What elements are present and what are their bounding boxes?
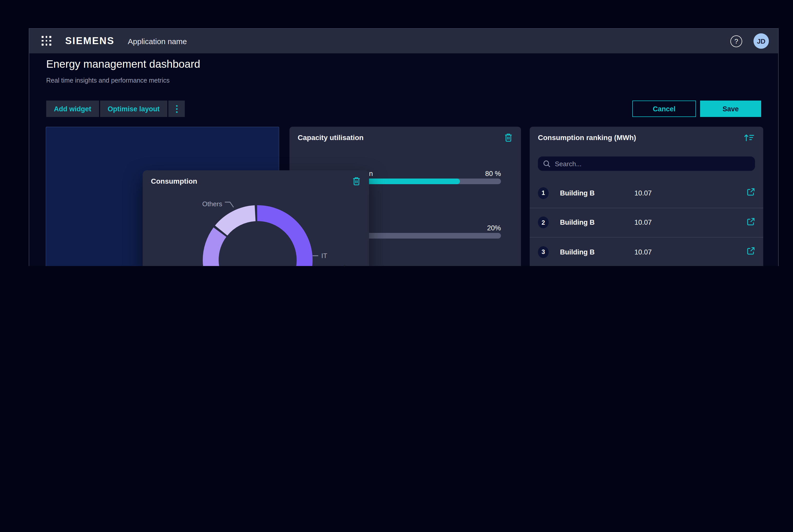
widget-title: Capacity utilisation: [298, 133, 364, 141]
search-input[interactable]: Search...: [538, 156, 755, 171]
consumption-value: 10.07: [634, 219, 681, 227]
edit-actions: Cancel Save: [632, 100, 761, 117]
consumption-widget-dragging[interactable]: Consumption Others IT Cooling: [143, 170, 369, 266]
top-bar: SIEMENS Application name ? JD: [29, 29, 778, 53]
trash-icon[interactable]: [504, 133, 513, 144]
progress-value: 80 %: [485, 170, 501, 177]
rank-badge: 2: [538, 217, 549, 229]
help-icon[interactable]: ?: [731, 35, 742, 47]
save-button[interactable]: Save: [700, 100, 761, 117]
leader-line: [313, 255, 319, 257]
ranking-row[interactable]: 3 Building B 10.07: [530, 238, 763, 266]
sort-ascending-icon[interactable]: [744, 133, 755, 144]
consumption-value: 10.07: [634, 189, 681, 197]
page-subtitle: Real time insights and performance metri…: [46, 77, 170, 84]
open-external-icon[interactable]: [747, 188, 755, 198]
dashboard-toolbar: Add widget Optimise layout: [46, 100, 185, 117]
siemens-logo: SIEMENS: [65, 35, 114, 47]
widget-title: Consumption: [151, 177, 197, 185]
search-icon: [543, 160, 551, 168]
donut-label-it: IT: [321, 252, 327, 260]
page-title: Energy management dashboard: [46, 58, 200, 70]
consumption-value: 10.07: [634, 248, 681, 256]
progress-label-fragment: n: [369, 170, 373, 177]
open-external-icon[interactable]: [747, 247, 755, 257]
ranking-row[interactable]: 1 Building B 10.07: [530, 178, 763, 208]
cancel-button[interactable]: Cancel: [632, 100, 696, 117]
app-launcher-icon[interactable]: [41, 36, 52, 46]
building-name: Building B: [560, 189, 634, 197]
consumption-ranking-widget: Consumption ranking (MWh) Search... 1 Bu…: [530, 127, 763, 266]
progress-value: 20%: [487, 224, 501, 232]
app-window: SIEMENS Application name ? JD Energy man…: [29, 28, 779, 266]
application-name: Application name: [128, 37, 187, 45]
rank-badge: 1: [538, 187, 549, 199]
open-external-icon[interactable]: [747, 217, 755, 228]
ranking-row[interactable]: 2 Building B 10.07: [530, 208, 763, 238]
donut-label-others: Others: [202, 200, 222, 208]
search-placeholder: Search...: [555, 160, 582, 168]
screen: SIEMENS Application name ? JD Energy man…: [0, 0, 793, 266]
ranking-list: 1 Building B 10.07 2 Building B 10.07 3 …: [530, 178, 763, 266]
building-name: Building B: [560, 248, 634, 256]
move-cursor: [338, 265, 351, 266]
trash-icon[interactable]: [352, 176, 361, 188]
optimise-layout-button[interactable]: Optimise layout: [100, 100, 168, 117]
toolbar-kebab-menu-icon[interactable]: [168, 100, 185, 117]
rank-badge: 3: [538, 246, 549, 258]
add-widget-button[interactable]: Add widget: [46, 100, 99, 117]
leader-line: [225, 200, 237, 209]
building-name: Building B: [560, 219, 634, 227]
user-avatar[interactable]: JD: [754, 33, 769, 49]
donut-chart: [202, 204, 314, 266]
widget-title: Consumption ranking (MWh): [538, 133, 636, 141]
